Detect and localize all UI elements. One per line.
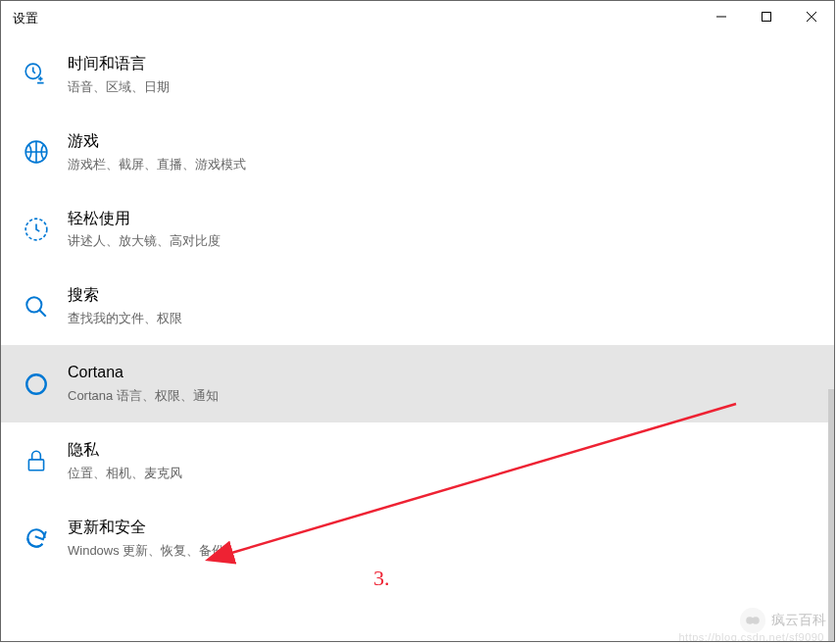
minimize-icon [716,12,726,22]
watermark-text: 疯云百科 [771,612,826,629]
item-title: 隐私 [68,440,182,461]
gaming-icon [23,138,50,166]
svg-point-14 [752,617,760,624]
update-security-icon [23,524,50,552]
item-subtitle: Windows 更新、恢复、备份 [68,542,224,560]
item-text: Cortana Cortana 语言、权限、通知 [68,363,219,405]
item-title: 搜索 [68,285,182,306]
item-title: Cortana [68,363,219,383]
item-subtitle: 查找我的文件、权限 [68,310,182,327]
settings-item-ease-of-access[interactable]: 轻松使用 讲述人、放大镜、高对比度 [1,191,834,269]
item-text: 时间和语言 语音、区域、日期 [68,54,170,96]
item-text: 搜索 查找我的文件、权限 [68,285,182,327]
scrollbar[interactable] [828,389,834,641]
settings-item-time-language[interactable]: 时间和语言 语音、区域、日期 [1,36,834,114]
item-text: 轻松使用 讲述人、放大镜、高对比度 [68,209,221,251]
settings-item-gaming[interactable]: 游戏 游戏栏、截屏、直播、游戏模式 [1,114,834,191]
time-language-icon [23,61,50,88]
maximize-button[interactable] [744,1,789,32]
settings-list: 时间和语言 语音、区域、日期 游戏 游戏栏、截屏、直播、游戏模式 轻松使 [1,36,834,577]
item-title: 游戏 [68,131,246,152]
minimize-button[interactable] [699,1,744,32]
svg-rect-1 [763,13,771,22]
cortana-icon [23,371,50,398]
settings-item-update-security[interactable]: 更新和安全 Windows 更新、恢复、备份 [1,500,834,577]
maximize-icon [762,12,771,22]
item-title: 更新和安全 [68,518,224,538]
privacy-icon [23,447,50,474]
svg-rect-10 [28,460,43,471]
item-text: 隐私 位置、相机、麦克风 [68,440,182,482]
search-icon [23,293,50,321]
settings-item-cortana[interactable]: Cortana Cortana 语言、权限、通知 [1,345,834,422]
item-text: 更新和安全 Windows 更新、恢复、备份 [68,518,224,560]
watermark-icon [740,608,765,633]
titlebar: 设置 [1,1,834,36]
window-title: 设置 [13,10,38,27]
item-subtitle: 游戏栏、截屏、直播、游戏模式 [68,156,246,173]
item-subtitle: 语音、区域、日期 [68,78,170,96]
close-icon [807,12,816,22]
item-subtitle: 讲述人、放大镜、高对比度 [68,232,221,250]
item-text: 游戏 游戏栏、截屏、直播、游戏模式 [68,131,246,173]
settings-item-search[interactable]: 搜索 查找我的文件、权限 [1,268,834,345]
item-subtitle: Cortana 语言、权限、通知 [68,387,219,405]
svg-point-9 [26,374,46,394]
item-title: 时间和语言 [68,54,170,74]
close-button[interactable] [789,1,834,32]
watermark: 疯云百科 [740,608,826,633]
content-area: 时间和语言 语音、区域、日期 游戏 游戏栏、截屏、直播、游戏模式 轻松使 [1,36,834,641]
settings-window: 设置 时间和语言 语音、区域、日期 [0,0,835,642]
svg-point-7 [26,297,41,312]
svg-line-8 [39,310,46,317]
settings-item-privacy[interactable]: 隐私 位置、相机、麦克风 [1,422,834,500]
window-controls [699,1,834,32]
item-subtitle: 位置、相机、麦克风 [68,465,182,482]
watermark-url: https://blog.csdn.net/sf9090 [678,631,824,641]
item-title: 轻松使用 [68,209,221,229]
annotation-number: 3. [373,566,390,591]
ease-of-access-icon [23,216,50,243]
